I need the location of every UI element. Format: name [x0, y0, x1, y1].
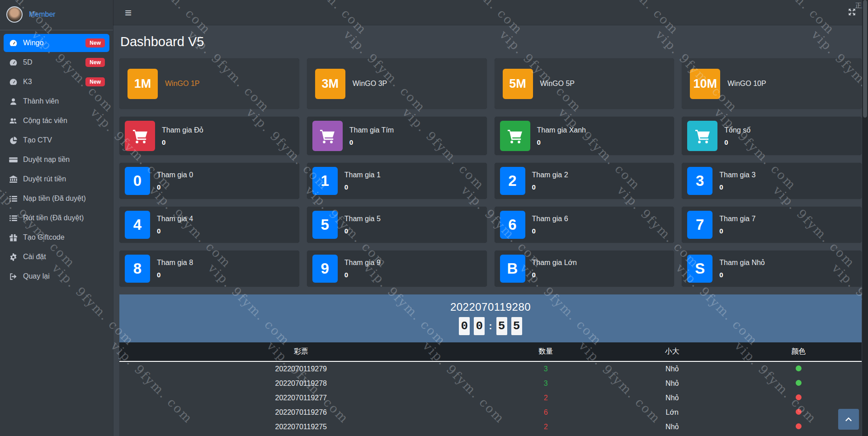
sidebar-item-tao-giftcode[interactable]: Tạo Giftcode: [4, 228, 109, 246]
number-card-label: Tham gia 7: [719, 215, 755, 223]
sidebar-item-label: Cài đặt: [23, 253, 46, 261]
pie-icon: [9, 136, 18, 145]
number-card-key: 2: [500, 167, 525, 195]
sidebar-item-thanh-vien[interactable]: Thành viên: [4, 92, 109, 110]
history-table-row: 2022070119278 3 Nhỏ: [119, 376, 862, 391]
sidebar-item-label: Tạo Giftcode: [23, 233, 65, 242]
number-card-b: B Tham gia Lớn 0: [495, 251, 675, 287]
sidebar-toggle-button[interactable]: ≡: [125, 7, 132, 19]
number-card-value: 0: [344, 227, 381, 235]
wingo-tab-wingo-5p[interactable]: 5M WinGO 5P: [495, 58, 675, 109]
bank-icon: [9, 175, 18, 184]
number-card-key: 8: [125, 255, 150, 283]
sidebar-item-label: Cộng tác viên: [23, 117, 67, 125]
number-card-key: 0: [125, 167, 150, 195]
cell-period: 2022070119279: [119, 361, 483, 376]
history-table-row: 2022070119277 2 Nhỏ: [119, 391, 862, 405]
sidebar-item-wingo[interactable]: Wingo New: [4, 34, 109, 52]
sidebar-item-rut-tien-da-duyet[interactable]: Rút tiền (Đã duyệt): [4, 209, 109, 227]
chevron-up-icon: [844, 415, 853, 423]
color-dot: [796, 423, 802, 429]
cell-quantity: [483, 434, 609, 436]
number-card-value: 0: [157, 227, 193, 235]
stat-card-tong-so: Tổng số 0: [682, 117, 862, 155]
sidebar-item-tao-ctv[interactable]: Tạo CTV: [4, 131, 109, 149]
sidebar-item-quay-lai[interactable]: Quay lại: [4, 267, 109, 285]
gauge-icon: [9, 58, 18, 67]
stat-card-label: Tham gia Đỏ: [162, 126, 203, 134]
history-table-row: 2022070119275 2 Nhỏ: [119, 420, 862, 434]
number-card-label: Tham gia 9: [344, 259, 381, 267]
wingo-tab-label: WinGO 3P: [353, 80, 387, 88]
sidebar-item-k3[interactable]: K3 New: [4, 73, 109, 91]
number-card-label: Tham gia 3: [719, 171, 755, 179]
stat-card-tham-gia-do: Tham gia Đỏ 0: [119, 117, 299, 155]
number-card-label: Tham gia 0: [157, 171, 193, 179]
sidebar-item-5d[interactable]: 5D New: [4, 53, 109, 71]
cart-icon: [312, 121, 343, 151]
logout-icon: [9, 272, 18, 281]
column-header: 数量: [483, 342, 609, 361]
cell-quantity: 2: [483, 391, 609, 405]
sidebar-item-label: Rút tiền (Đã duyệt): [23, 214, 84, 222]
number-card-key: B: [500, 255, 525, 283]
number-card-label: Tham gia Lớn: [532, 259, 577, 267]
number-card-value: 0: [157, 271, 193, 279]
cell-size: Nhỏ: [609, 391, 735, 405]
gift-icon: [9, 233, 18, 242]
cart-icon: [687, 121, 717, 151]
gear-icon: [9, 253, 18, 261]
number-card-value: 0: [344, 271, 381, 279]
credit-card-icon: [9, 156, 18, 164]
sidebar-item-nap-tien-da-duyet[interactable]: Nạp tiền (Đã duyệt): [4, 190, 109, 208]
sidebar-item-cai-dat[interactable]: Cài đặt: [4, 248, 109, 266]
cart-icon: [500, 121, 530, 151]
wingo-tab-wingo-3p[interactable]: 3M WinGO 3P: [307, 58, 487, 109]
stat-card-value: 0: [349, 138, 394, 146]
number-card-8: 8 Tham gia 8 0: [119, 251, 299, 287]
countdown-timer: 00:55: [119, 317, 862, 335]
page-title: Dashboard V5: [120, 34, 862, 49]
countdown-digit: 5: [496, 317, 507, 335]
sidebar-item-cong-tac-vien[interactable]: Cộng tác viên: [4, 112, 109, 130]
color-dot: [796, 409, 802, 415]
wingo-abbr-box: 1M: [127, 69, 158, 99]
wingo-abbr-box: 5M: [503, 69, 533, 99]
gauge-icon: [9, 78, 18, 86]
stat-card-tham-gia-xanh: Tham gia Xanh 0: [495, 117, 675, 155]
number-card-label: Tham gia 6: [532, 215, 568, 223]
number-card-label: Tham gia 5: [344, 215, 381, 223]
cell-quantity: 6: [483, 405, 609, 420]
history-table-row: 2022070119279 3 Nhỏ: [119, 361, 862, 376]
wingo-tab-wingo-1p[interactable]: 1M WinGO 1P: [119, 58, 299, 109]
countdown-digit: 0: [474, 317, 485, 335]
stat-card-value: 0: [162, 138, 203, 146]
number-card-key: 4: [125, 211, 150, 239]
column-header: 颜色: [736, 342, 862, 361]
column-header: 小大: [609, 342, 735, 361]
number-card-value: 0: [532, 227, 568, 235]
page-scrollbar[interactable]: [862, 0, 868, 436]
cell-size: [609, 434, 735, 436]
number-card-value: 0: [719, 271, 765, 279]
cell-size: Nhỏ: [609, 376, 735, 391]
number-card-key: 9: [312, 255, 338, 283]
stat-card-value: 0: [537, 138, 586, 146]
sidebar-item-duyet-rut-tien[interactable]: Duyệt rút tiền: [4, 170, 109, 188]
number-card-0: 0 Tham gia 0 0: [119, 163, 299, 199]
avatar[interactable]: [6, 6, 23, 23]
user-name-link[interactable]: Member: [29, 10, 56, 19]
top-navbar: ≡: [113, 0, 868, 25]
countdown-banner: 2022070119280 00:55: [119, 294, 862, 342]
wingo-tab-wingo-10p[interactable]: 10M WinGO 10P: [682, 58, 862, 109]
cell-color: [736, 391, 862, 405]
cell-color: [736, 361, 862, 376]
cell-quantity: 3: [483, 376, 609, 391]
scrollbar-thumb[interactable]: [863, 0, 867, 118]
number-card-6: 6 Tham gia 6 0: [495, 207, 675, 243]
wingo-tab-label: WinGO 10P: [727, 80, 766, 88]
scroll-to-top-button[interactable]: [838, 409, 859, 430]
sidebar-item-duyet-nap-tien[interactable]: Duyệt nạp tiền: [4, 151, 109, 169]
current-period: 2022070119280: [119, 301, 862, 313]
number-card-key: 3: [687, 167, 712, 195]
